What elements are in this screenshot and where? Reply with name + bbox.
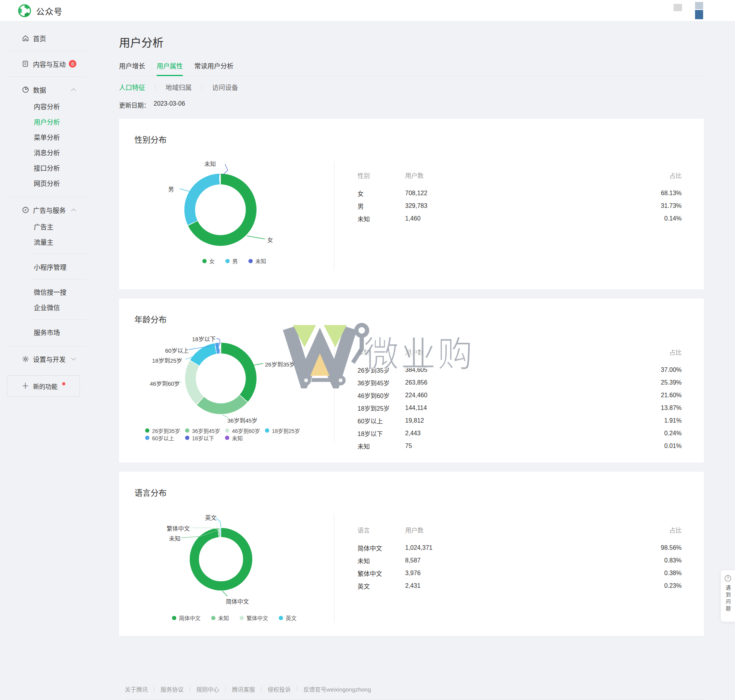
sidebar-item-home[interactable]: 首页	[0, 32, 87, 45]
legend-dot	[265, 428, 269, 433]
update-date-label: 更新日期：	[119, 100, 150, 109]
footer-link-about[interactable]: 关于腾讯	[125, 685, 148, 693]
slice-label: 60岁以上	[165, 346, 189, 354]
cell-pct: 0.14%	[474, 215, 682, 222]
subtab-bar: 人口特征 地域归属 访问设备	[119, 82, 704, 92]
sidebar-item-data[interactable]: 数据	[0, 83, 87, 96]
cell-label: 46岁到60岁	[358, 391, 405, 400]
table-row: 未知750.01%	[358, 440, 682, 452]
table-row: 18岁到25岁144,11413.87%	[358, 401, 682, 414]
sidebar-item-wechat-search[interactable]: 微信搜一搜	[0, 284, 87, 299]
slice-label: 简体中文	[226, 597, 249, 605]
legend-item[interactable]: 60岁以上	[145, 434, 185, 441]
table-row: 简体中文1,024,37198.56%	[358, 541, 682, 554]
age-distribution-card: 年龄分布 18岁以下 60岁以上	[119, 299, 704, 463]
table-row: 18岁以下2,4430.24%	[358, 427, 682, 440]
subtab-demographics[interactable]: 人口特征	[119, 82, 145, 92]
legend-item[interactable]: 46岁到60岁	[225, 427, 265, 434]
legend-item[interactable]: 男	[225, 257, 238, 265]
cell-count: 1,460	[405, 215, 474, 222]
page: 公众号 首页 内容与互动 6	[0, 0, 735, 700]
sidebar-item-miniprogram[interactable]: 小程序管理	[0, 259, 87, 274]
tab-bar: 用户增长 用户属性 常读用户分析	[119, 61, 704, 76]
legend-item[interactable]: 36岁到45岁	[185, 427, 225, 434]
sidebar-item-traffic-owner[interactable]: 流量主	[0, 234, 87, 249]
footer-separator	[297, 687, 297, 692]
cell-label: 繁体中文	[358, 569, 405, 578]
legend-item[interactable]: 繁体中文	[240, 614, 268, 622]
new-feature-button[interactable]: ＋ 新的功能	[7, 375, 80, 397]
footer-link-report[interactable]: 侵权投诉	[268, 685, 291, 693]
donut-ring[interactable]	[190, 528, 252, 591]
table-header: 年龄 用户数 占比	[358, 345, 682, 358]
cell-count: 19,812	[405, 417, 474, 424]
legend-item[interactable]: 26岁到35岁	[145, 427, 185, 434]
question-icon: ?	[724, 575, 732, 582]
cell-label: 简体中文	[358, 543, 405, 552]
header-artifact-blue	[695, 2, 703, 19]
sidebar-sub-divider	[32, 279, 87, 279]
slice-label: 英文	[205, 513, 217, 521]
sidebar-item-user-analysis[interactable]: 用户分析	[0, 114, 87, 129]
table-row: 繁体中文3,9760.38%	[358, 567, 682, 579]
app-logo[interactable]: 公众号	[18, 4, 63, 18]
tab-regular-readers[interactable]: 常读用户分析	[194, 61, 233, 76]
compass-icon	[22, 206, 29, 214]
sidebar-item-service-market[interactable]: 服务市场	[0, 324, 87, 340]
help-float-button[interactable]: ? 遇到问题	[720, 570, 735, 622]
subtab-separator	[202, 85, 202, 90]
subtab-devices[interactable]: 访问设备	[212, 82, 238, 92]
page-footer: 关于腾讯 服务协议 规则中心 腾讯客服 侵权投诉 反馈官号weixingongz…	[119, 685, 704, 700]
legend-dot	[145, 428, 149, 433]
legend-item[interactable]: 简体中文	[172, 614, 200, 622]
sidebar-item-web-analysis[interactable]: 网页分析	[0, 175, 87, 191]
sidebar-item-message-analysis[interactable]: 消息分析	[0, 144, 87, 160]
sidebar-item-content-interaction[interactable]: 内容与互动 6	[0, 57, 87, 70]
sidebar-item-label: 流量主	[34, 237, 53, 247]
legend-item[interactable]: 未知	[248, 257, 266, 265]
legend-label: 未知	[232, 434, 243, 442]
sidebar-item-label: 广告主	[34, 222, 53, 231]
tab-user-growth[interactable]: 用户增长	[119, 61, 145, 76]
cell-count: 384,605	[405, 367, 474, 373]
legend-label: 英文	[286, 614, 296, 622]
tab-user-attributes[interactable]: 用户属性	[157, 61, 183, 76]
legend-item[interactable]: 18岁以下	[185, 434, 225, 441]
sidebar-item-menu-analysis[interactable]: 菜单分析	[0, 129, 87, 144]
slice-label: 36岁到45岁	[227, 416, 257, 424]
sidebar-divider	[7, 197, 87, 197]
subtab-region[interactable]: 地域归属	[166, 82, 192, 92]
legend-item[interactable]: 未知	[225, 434, 265, 441]
footer-link-rules[interactable]: 规则中心	[196, 685, 219, 693]
sidebar-item-label: 数据	[33, 85, 46, 95]
sidebar-item-label: 广告与服务	[33, 205, 66, 215]
legend-item[interactable]: 未知	[211, 614, 229, 622]
language-distribution-card: 语言分布 英文 繁体中文 未知 简体中文	[119, 472, 704, 636]
cell-label: 60岁以上	[358, 416, 405, 425]
sidebar-item-wecom[interactable]: 企业微信	[0, 299, 87, 315]
sidebar-item-api-analysis[interactable]: 接口分析	[0, 160, 87, 175]
sidebar-item-settings-dev[interactable]: 设置与开发	[0, 352, 87, 365]
sidebar-item-advertiser[interactable]: 广告主	[0, 219, 87, 234]
sidebar-item-label: 内容与互动	[33, 59, 66, 69]
footer-link-terms[interactable]: 服务协议	[161, 685, 184, 693]
footer-link-support[interactable]: 腾讯客服	[232, 685, 255, 693]
legend-item[interactable]: 18岁到25岁	[265, 427, 305, 434]
legend-item[interactable]: 女	[202, 257, 215, 265]
sidebar-item-content-analysis[interactable]: 内容分析	[0, 98, 87, 114]
app-title: 公众号	[36, 5, 63, 17]
cell-count: 2,443	[405, 430, 474, 437]
cell-count: 263,856	[405, 379, 474, 386]
sidebar-divider	[7, 76, 87, 77]
sidebar-item-label: 微信搜一搜	[34, 287, 66, 297]
sidebar-item-ads-services[interactable]: 广告与服务	[0, 203, 87, 216]
footer-link-feedback[interactable]: 反馈官号weixingongzhong	[303, 685, 371, 693]
gender-donut-chart: 未知 男 女 女 男 未知	[134, 152, 334, 279]
subtab-separator	[155, 85, 156, 90]
cell-pct: 0.01%	[474, 443, 682, 450]
donut-ring[interactable]	[184, 174, 257, 246]
legend-dot	[225, 436, 229, 440]
legend-item[interactable]: 英文	[279, 614, 296, 622]
donut-ring[interactable]	[185, 343, 257, 414]
table-row: 60岁以上19,8121.91%	[358, 414, 682, 427]
